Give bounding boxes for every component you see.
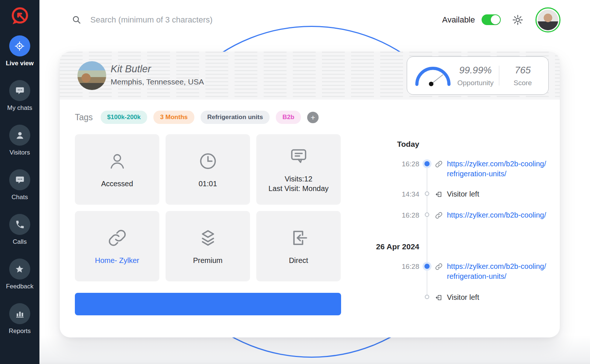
visitor-name: Kit Butler [111, 63, 151, 75]
event-text: Visitor left [447, 292, 479, 302]
timeline-marker [424, 161, 430, 166]
timeline-entry: 14:34 Visitor left [371, 189, 550, 199]
entry-time: 14:34 [371, 189, 419, 199]
visitor-card: Kit Butler Memphis, Tennessee, USA 99.99… [60, 52, 560, 337]
sidebar-item-feedback[interactable]: Feedback [6, 259, 34, 290]
sidebar-item-my-chats[interactable]: My chats [7, 80, 32, 112]
availability-label: Available [442, 15, 475, 25]
tile-label: Accessed [101, 179, 133, 188]
sidebar-item-reports[interactable]: Reports [9, 303, 31, 335]
clock-icon [198, 151, 218, 173]
exit-icon [435, 294, 443, 302]
sidebar-item-chats[interactable]: Chats [9, 169, 30, 201]
sidebar-item-label: Reports [9, 327, 31, 335]
link-icon [435, 160, 443, 168]
tile-page-link[interactable]: Home- Zylker [95, 256, 139, 265]
salesiq-logo-icon [9, 5, 31, 27]
timeline-entry: 16:28 https://zylker.com/b2b-cooling/ [371, 210, 550, 220]
tile-time-on-site[interactable]: 01:01 [166, 134, 250, 205]
tile-accessed[interactable]: Accessed [75, 134, 159, 205]
sidebar-item-label: Live view [6, 60, 34, 67]
visitor-avatar [77, 61, 106, 90]
link-icon [435, 211, 443, 219]
tile-label: Visits:12Last Visit: Monday [268, 174, 329, 193]
visited-url-link[interactable]: https://zylker.com/b2b-cooling/ refriger… [447, 159, 546, 179]
sidebar: Live view My chats Visitors Chats [0, 0, 39, 364]
phone-icon [9, 214, 30, 235]
timeline-entry: 16:28 https://zylker.com/b2b-cooling/ re… [371, 159, 550, 179]
metrics-panel: 99.99% Opportunity 765 Score [407, 56, 549, 95]
primary-action-button[interactable] [75, 293, 341, 315]
topbar-right: Available [442, 7, 560, 32]
chat-lines-icon [288, 146, 309, 168]
person-icon [9, 125, 30, 146]
timeline-entry: 16:28 https://zylker.com/b2b-cooling/ re… [371, 261, 550, 281]
tile-label: Direct [289, 256, 308, 265]
entry-time: 16:28 [371, 159, 419, 169]
tile-plan[interactable]: Premium [166, 211, 250, 281]
user-avatar[interactable] [535, 7, 560, 32]
entry-time: 16:28 [371, 210, 419, 220]
timeline-marker [425, 191, 429, 196]
bar-chart-icon [9, 303, 30, 324]
tile-visits[interactable]: Visits:12Last Visit: Monday [256, 134, 341, 205]
opportunity-gauge-icon [414, 64, 452, 87]
layers-icon [198, 228, 218, 250]
sidebar-item-label: Visitors [10, 149, 30, 156]
sidebar-item-calls[interactable]: Calls [9, 214, 30, 246]
timeline-section-heading: Today [371, 139, 419, 149]
chat-icon [9, 80, 30, 101]
star-icon [9, 259, 30, 280]
sidebar-item-label: Feedback [6, 283, 34, 290]
visitor-card-header: Kit Butler Memphis, Tennessee, USA 99.99… [60, 52, 560, 100]
add-tag-button[interactable]: + [307, 112, 319, 123]
event-text: Visitor left [447, 189, 479, 199]
sidebar-item-live-view[interactable]: Live view [6, 35, 34, 67]
tile-landing-page[interactable]: Home- Zylker [75, 211, 159, 281]
tile-traffic-source[interactable]: Direct [256, 211, 341, 281]
person-icon [107, 151, 128, 173]
opportunity-label: Opportunity [452, 79, 499, 87]
timeline-marker [425, 295, 429, 299]
tags-row: Tags $100k-200k 3 Months Refrigeration u… [75, 111, 560, 124]
timeline-marker [425, 212, 429, 217]
tile-label: Premium [193, 256, 222, 265]
visited-url-link[interactable]: https://zylker.com/b2b-cooling/ refriger… [447, 261, 546, 281]
availability-toggle[interactable] [482, 14, 501, 25]
gear-icon[interactable] [512, 14, 524, 26]
tag-pill[interactable]: 3 Months [153, 111, 194, 124]
sidebar-item-visitors[interactable]: Visitors [9, 125, 30, 156]
direct-icon [288, 228, 309, 250]
sidebar-item-label: My chats [7, 104, 32, 112]
tile-label: 01:01 [198, 179, 217, 188]
link-icon [107, 228, 128, 250]
target-icon [9, 35, 30, 56]
search-bar[interactable] [72, 15, 282, 25]
activity-timeline: Today 16:28 https://zylker.com/b2b-cooli… [371, 139, 550, 302]
exit-icon [435, 190, 443, 198]
timeline-marker [424, 264, 430, 269]
score-value: 765 [499, 65, 546, 76]
search-input[interactable] [90, 15, 282, 25]
sidebar-item-label: Chats [11, 194, 28, 201]
topbar: Available [39, 0, 590, 39]
link-icon [435, 263, 443, 271]
sidebar-item-label: Calls [13, 238, 27, 246]
opportunity-value: 99.99% [452, 65, 499, 76]
entry-time: 16:28 [371, 261, 419, 271]
tags-label: Tags [75, 112, 93, 122]
user-avatar-photo [538, 10, 558, 30]
timeline-entry: Visitor left [371, 292, 550, 302]
tag-pill[interactable]: $100k-200k [101, 111, 148, 124]
score-metric: 765 Score [499, 65, 546, 87]
tag-pill[interactable]: Refrigeration units [201, 111, 270, 124]
tag-pill[interactable]: B2b [276, 111, 301, 124]
visitor-location: Memphis, Tennessee, USA [111, 77, 204, 86]
visited-url-link[interactable]: https://zylker.com/b2b-cooling/ [447, 210, 546, 220]
score-label: Score [499, 79, 546, 87]
chat-icon [9, 169, 30, 190]
opportunity-metric: 99.99% Opportunity [452, 65, 499, 87]
search-icon [72, 15, 81, 25]
toggle-knob [491, 15, 500, 24]
main-area: Available Kit Butler Memphis [39, 0, 590, 364]
